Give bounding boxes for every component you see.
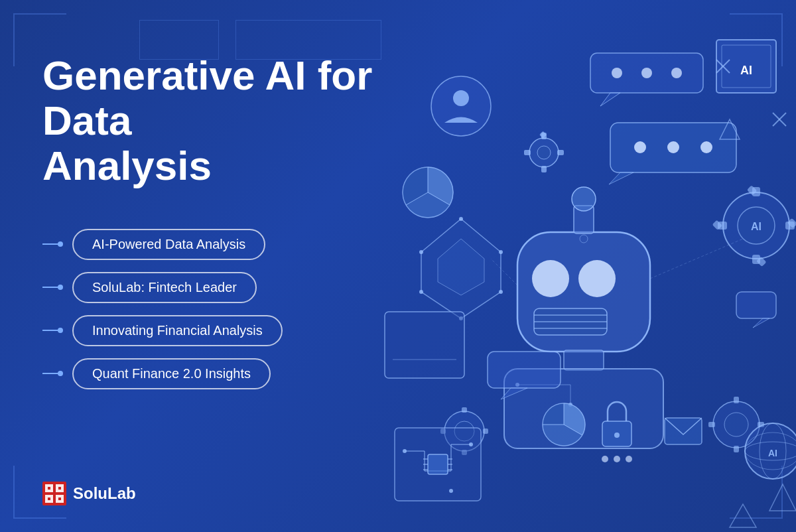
svg-rect-45 (541, 166, 547, 172)
svg-rect-68 (462, 407, 467, 413)
tag-line (42, 373, 58, 374)
list-item: AI-Powered Data Analysis (42, 229, 387, 260)
svg-rect-87 (488, 352, 561, 388)
svg-rect-81 (385, 312, 464, 378)
svg-point-75 (459, 217, 463, 221)
svg-rect-71 (483, 429, 488, 434)
tag-line (42, 287, 58, 288)
svg-marker-38 (609, 172, 633, 184)
svg-point-32 (671, 68, 682, 78)
svg-point-41 (700, 141, 712, 153)
svg-point-93 (626, 456, 632, 462)
tag-pill-3: Innovating Financial Analysis (72, 315, 283, 346)
svg-point-36 (453, 90, 469, 106)
svg-point-11 (578, 260, 616, 297)
svg-point-77 (499, 290, 503, 294)
solulab-logo-icon (42, 482, 66, 505)
svg-point-30 (612, 68, 622, 78)
svg-rect-64 (708, 422, 715, 427)
tag-pill-2: SoluLab: Fintech Leader (72, 272, 257, 303)
svg-text:AI: AI (740, 64, 752, 77)
svg-marker-29 (600, 93, 620, 106)
list-item: Quant Finance 2.0 Insights (42, 358, 387, 389)
svg-rect-94 (665, 418, 702, 444)
left-content-panel: Generative AI for Data Analysis AI-Power… (42, 53, 387, 389)
svg-point-17 (572, 187, 596, 211)
tag-pill-1: AI-Powered Data Analysis (72, 229, 265, 260)
svg-point-79 (419, 290, 423, 294)
svg-rect-124 (736, 292, 776, 318)
tag-dot (58, 328, 63, 333)
tag-line (42, 243, 58, 245)
svg-rect-6 (58, 487, 61, 490)
svg-point-92 (614, 456, 620, 462)
tag-dot (58, 285, 63, 290)
svg-line-123 (650, 239, 743, 279)
svg-marker-118 (769, 484, 796, 511)
svg-rect-5 (48, 487, 50, 490)
svg-point-90 (614, 432, 620, 438)
svg-rect-63 (734, 446, 739, 452)
svg-rect-102 (428, 454, 448, 474)
svg-marker-125 (753, 318, 769, 328)
list-item: Innovating Financial Analysis (42, 315, 387, 346)
tag-connector (42, 285, 63, 290)
svg-rect-18 (564, 350, 604, 370)
svg-rect-46 (524, 150, 531, 155)
tag-connector (42, 241, 63, 247)
tag-connector (42, 371, 63, 376)
svg-text:AI: AI (751, 221, 762, 232)
logo-area: SoluLab (42, 482, 136, 505)
logo-text: SoluLab (73, 484, 136, 503)
background: Generative AI for Data Analysis AI-Power… (0, 0, 796, 532)
svg-point-43 (537, 146, 551, 159)
svg-rect-62 (734, 397, 739, 403)
svg-text:AI: AI (768, 448, 777, 458)
svg-rect-8 (58, 498, 61, 500)
svg-rect-7 (48, 498, 50, 500)
list-item: SoluLab: Fintech Leader (42, 272, 387, 303)
robot-illustration: .stroke-light { stroke: rgba(150,190,255… (358, 0, 796, 532)
svg-point-80 (419, 250, 423, 254)
tag-pill-4: Quant Finance 2.0 Insights (72, 358, 271, 389)
tag-list: AI-Powered Data Analysis SoluLab: Fintec… (42, 229, 387, 389)
svg-point-39 (634, 141, 646, 153)
tag-line (42, 330, 58, 331)
page-title: Generative AI for Data Analysis (42, 53, 387, 189)
svg-point-109 (403, 449, 407, 453)
svg-point-61 (724, 413, 748, 436)
svg-point-110 (469, 442, 473, 446)
svg-rect-47 (557, 150, 564, 155)
svg-point-111 (449, 489, 453, 493)
svg-marker-119 (730, 504, 756, 527)
tag-dot (58, 371, 63, 376)
svg-point-10 (532, 260, 569, 297)
svg-point-91 (602, 456, 608, 462)
svg-point-31 (641, 68, 652, 78)
svg-point-40 (667, 141, 679, 153)
svg-point-76 (499, 250, 503, 254)
tag-dot (58, 241, 63, 247)
tag-connector (42, 328, 63, 333)
